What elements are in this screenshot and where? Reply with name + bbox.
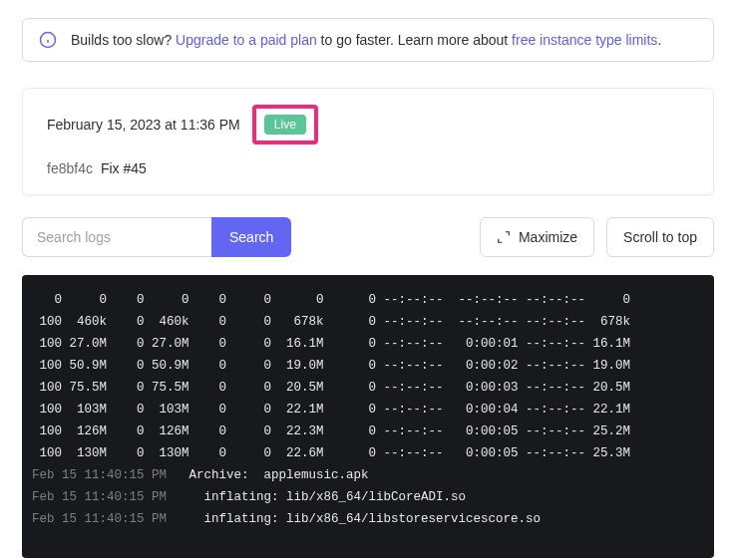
search-wrap: Search [22, 217, 291, 257]
log-line: 100 460k 0 460k 0 0 678k 0 --:--:-- --:-… [32, 311, 704, 333]
log-controls: Search Maximize Scroll to top [22, 217, 714, 257]
upgrade-notice: Builds too slow? Upgrade to a paid plan … [22, 18, 714, 62]
commit-message: Fix #45 [101, 160, 147, 176]
maximize-label: Maximize [519, 229, 577, 245]
log-message: inflating: lib/x86_64/libCoreADI.so [189, 490, 467, 504]
notice-text: Builds too slow? Upgrade to a paid plan … [71, 32, 661, 48]
notice-suffix: . [657, 32, 661, 48]
log-message: inflating: lib/x86_64/libstoreservicesco… [189, 512, 542, 526]
search-button[interactable]: Search [211, 217, 291, 257]
log-timestamp: Feb 15 11:40:15 PM [32, 468, 189, 482]
log-message: Archive: applemusic.apk [189, 468, 369, 482]
scroll-top-button[interactable]: Scroll to top [606, 217, 714, 257]
log-line: 100 27.0M 0 27.0M 0 0 16.1M 0 --:--:-- 0… [32, 333, 704, 355]
log-line: 100 103M 0 103M 0 0 22.1M 0 --:--:-- 0:0… [32, 399, 704, 420]
log-line: Feb 15 11:40:15 PM Archive: applemusic.a… [32, 464, 704, 486]
log-line: 100 130M 0 130M 0 0 22.6M 0 --:--:-- 0:0… [32, 442, 704, 464]
log-line: 100 50.9M 0 50.9M 0 0 19.0M 0 --:--:-- 0… [32, 355, 704, 377]
live-badge: Live [264, 115, 306, 135]
limits-link[interactable]: free instance type limits [512, 32, 657, 48]
scroll-top-label: Scroll to top [623, 229, 697, 245]
info-icon [39, 31, 57, 49]
log-timestamp: Feb 15 11:40:15 PM [32, 490, 189, 504]
notice-prefix: Builds too slow? [71, 32, 176, 48]
maximize-icon [497, 230, 511, 244]
log-line: 0 0 0 0 0 0 0 0 --:--:-- --:--:-- --:--:… [32, 289, 704, 311]
log-timestamp: Feb 15 11:40:15 PM [32, 512, 189, 526]
commit-hash: fe8bf4c [47, 160, 93, 176]
log-panel[interactable]: 0 0 0 0 0 0 0 0 --:--:-- --:--:-- --:--:… [22, 275, 714, 558]
notice-mid: to go faster. Learn more about [317, 32, 512, 48]
build-date: February 15, 2023 at 11:36 PM [47, 117, 240, 133]
maximize-button[interactable]: Maximize [480, 217, 594, 257]
log-line: Feb 15 11:40:15 PM inflating: lib/x86_64… [32, 486, 704, 508]
live-badge-highlight: Live [252, 105, 318, 144]
search-input[interactable] [22, 217, 211, 257]
build-card: February 15, 2023 at 11:36 PM Live fe8bf… [22, 88, 714, 195]
log-line: Feb 15 11:40:15 PM inflating: lib/x86_64… [32, 508, 704, 530]
log-line: 100 126M 0 126M 0 0 22.3M 0 --:--:-- 0:0… [32, 420, 704, 442]
log-line: 100 75.5M 0 75.5M 0 0 20.5M 0 --:--:-- 0… [32, 377, 704, 399]
upgrade-link[interactable]: Upgrade to a paid plan [176, 32, 317, 48]
commit-line: fe8bf4cFix #45 [47, 160, 689, 176]
